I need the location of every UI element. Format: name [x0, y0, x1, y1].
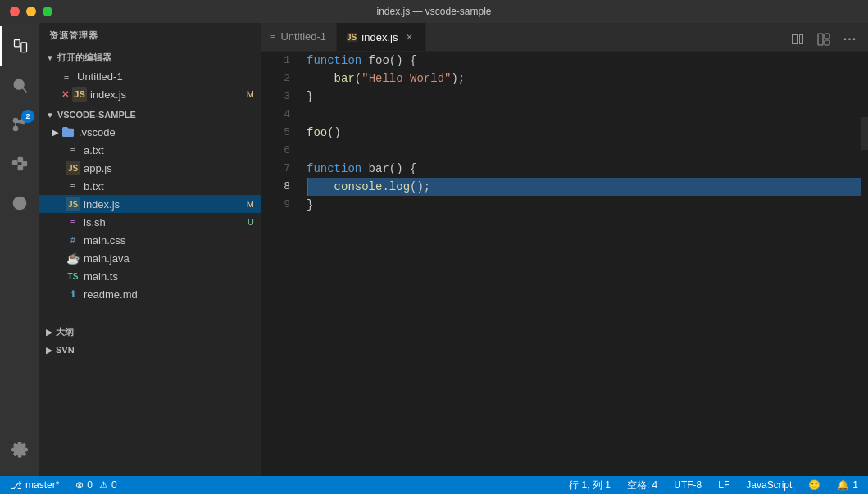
status-errors[interactable]: ⊗ 0 ⚠ 0	[72, 479, 120, 491]
tree-maints[interactable]: TS main.ts	[39, 267, 261, 285]
open-editor-indexjs-name: index.js	[90, 88, 247, 101]
status-line-ending[interactable]: LF	[715, 479, 733, 491]
status-spaces[interactable]: 空格: 4	[624, 478, 661, 492]
line-num-9: 9	[261, 196, 290, 214]
minimize-button[interactable]	[26, 7, 36, 16]
svg-rect-10	[22, 162, 26, 166]
open-editor-untitled[interactable]: ≡ Untitled-1	[39, 67, 261, 85]
status-branch[interactable]: ⎇ master*	[7, 479, 62, 492]
section-open-editors[interactable]: ▼ 打开的编辑器	[39, 48, 261, 67]
notification-count: 1	[852, 479, 858, 491]
txt-icon: ≡	[59, 69, 74, 84]
activity-explorer[interactable]	[0, 26, 39, 66]
bell-icon: 🔔	[837, 479, 849, 491]
status-encoding[interactable]: UTF-8	[670, 479, 705, 491]
activity-remote[interactable]	[0, 184, 39, 223]
svg-rect-8	[18, 158, 22, 162]
indexjs-name: index.js	[84, 198, 247, 211]
open-editor-indexjs[interactable]: ✕ JS index.js M	[39, 85, 261, 103]
status-smiley[interactable]: 🙂	[805, 479, 824, 491]
txt-icon-ls: ≡	[66, 215, 80, 229]
tree-vscode-folder[interactable]: ▶ .vscode	[39, 123, 261, 141]
folder-arrow: ▶	[52, 128, 59, 137]
code-editor[interactable]: 1 2 3 4 5 6 7 8 9 function foo() { bar("…	[261, 52, 868, 476]
maints-name: main.ts	[84, 270, 261, 283]
indexjs-badge: M	[247, 199, 254, 209]
svg-rect-7	[13, 161, 17, 165]
tree-appjs[interactable]: JS app.js	[39, 159, 261, 177]
outline-label: 大纲	[56, 326, 74, 338]
tree-mainjava[interactable]: ☕ main.java	[39, 249, 261, 267]
tab-indexjs-label: index.js	[361, 31, 398, 43]
status-notifications[interactable]: 🔔 1	[834, 479, 861, 491]
tree-atxt[interactable]: ≡ a.txt	[39, 141, 261, 159]
split-editor-button[interactable]	[786, 28, 809, 51]
file-tree: ≡ Untitled-1 ✕ JS index.js M ▼ VSCODE-SA…	[39, 67, 261, 476]
line-num-1: 1	[261, 52, 290, 70]
section-vscode-sample[interactable]: ▼ VSCODE-SAMPLE	[39, 107, 261, 123]
line-num-5: 5	[261, 124, 290, 142]
code-line-2: bar("Hello World");	[307, 70, 861, 88]
more-actions-button[interactable]: ···	[838, 28, 861, 51]
smiley-icon: 🙂	[808, 479, 820, 491]
svg-point-2	[14, 79, 24, 89]
line-num-7: 7	[261, 160, 290, 178]
layout-button[interactable]	[812, 28, 835, 51]
kw-function-2: function	[307, 160, 361, 178]
tab-close-button[interactable]: ×	[402, 30, 416, 43]
section-outline[interactable]: ▶ 大纲	[39, 323, 261, 342]
code-content[interactable]: function foo() { bar("Hello World"); } f…	[300, 52, 861, 476]
tree-readmemd[interactable]: ℹ readme.md	[39, 285, 261, 303]
tree-btxt[interactable]: ≡ b.txt	[39, 177, 261, 195]
tab-indexjs[interactable]: JS index.js ×	[337, 23, 426, 51]
btxt-name: b.txt	[84, 180, 261, 193]
java-icon: ☕	[66, 251, 80, 265]
tab-txt-icon: ≡	[270, 32, 275, 42]
md-icon: ℹ	[66, 287, 80, 301]
tree-lssh[interactable]: ≡ ls.sh U	[39, 213, 261, 231]
indexjs-badge-open: M	[247, 89, 254, 99]
svg-line-3	[23, 88, 27, 93]
tab-untitled-label: Untitled-1	[280, 30, 326, 43]
main-layout: 2	[0, 23, 868, 476]
activity-settings[interactable]	[0, 430, 39, 469]
line-num-8: 8	[261, 178, 290, 196]
tab-js-icon: JS	[347, 33, 357, 42]
tree-indexjs[interactable]: JS index.js M	[39, 195, 261, 213]
line-ending-text: LF	[718, 479, 729, 491]
js-icon-index: JS	[66, 197, 80, 211]
error-icon: ⊗	[75, 479, 84, 491]
status-position[interactable]: 行 1, 列 1	[566, 478, 614, 492]
vscode-sample-label: VSCODE-SAMPLE	[57, 110, 136, 120]
code-line-5: foo()	[307, 124, 861, 142]
line-num-3: 3	[261, 88, 290, 106]
lssh-badge: U	[248, 217, 254, 227]
minimap-indicator	[861, 117, 868, 150]
status-language[interactable]: JavaScript	[743, 479, 795, 491]
activity-source-control[interactable]: 2	[0, 105, 39, 144]
tree-maincss[interactable]: # main.css	[39, 231, 261, 249]
activity-extensions[interactable]	[0, 144, 39, 184]
atxt-name: a.txt	[84, 144, 261, 156]
svg-point-4	[14, 127, 18, 131]
window-controls	[10, 7, 52, 16]
close-icon-open: ✕	[59, 89, 70, 100]
maximize-button[interactable]	[43, 7, 52, 16]
language-text: JavaScript	[746, 479, 792, 491]
svg-rect-9	[18, 166, 22, 170]
line-num-4: 4	[261, 106, 290, 124]
line-num-6: 6	[261, 142, 290, 160]
svg-rect-16	[825, 34, 829, 39]
mainjava-name: main.java	[84, 252, 261, 265]
activity-search[interactable]	[0, 66, 39, 105]
activity-bar-bottom	[0, 430, 39, 476]
code-line-4	[307, 106, 861, 124]
js-icon-open: JS	[72, 87, 87, 102]
section-svn[interactable]: ▶ SVN	[39, 342, 261, 358]
vscode-sample-arrow: ▼	[46, 111, 54, 120]
code-line-8: console.log();	[307, 178, 861, 196]
tab-untitled[interactable]: ≡ Untitled-1	[261, 23, 337, 51]
open-editor-untitled-name: Untitled-1	[77, 70, 261, 83]
line-numbers: 1 2 3 4 5 6 7 8 9	[261, 52, 300, 476]
close-button[interactable]	[10, 7, 20, 16]
